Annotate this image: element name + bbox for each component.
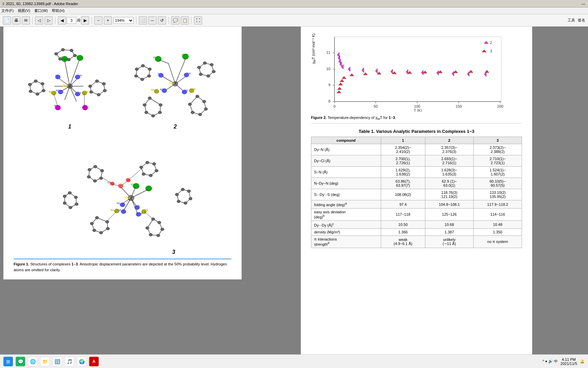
table-row: Dy−Cl (Å) 2.700(1),2.726(1) 2.693(1)−2.7…	[311, 155, 522, 167]
zoom-in-button[interactable]: +	[104, 16, 112, 25]
svg-point-114	[121, 210, 126, 214]
svg-text:8: 8	[328, 99, 330, 103]
row-c3: no π system	[473, 236, 522, 248]
svg-point-87	[148, 97, 151, 99]
prev-page-button[interactable]: ◀	[58, 16, 66, 25]
svg-point-150	[105, 220, 109, 223]
toolbar-divider-4	[136, 17, 136, 24]
svg-text:S2: S2	[145, 209, 148, 212]
svg-point-167	[181, 188, 184, 191]
figure2-caption: Figure 2. Temperature-dependency of χMT …	[311, 116, 522, 124]
structure-1-container: Dy1 N1 N4 N2 N3 S1 S2 Cl1 Cl2 P1 P2	[24, 33, 116, 130]
col-header-3: 3	[473, 137, 522, 144]
row-param: Dy···Dy (Å)c	[311, 220, 381, 229]
data-table: compound 1 2 3 Dy−N (Å) 2.354(2)−2.410(2…	[311, 137, 522, 248]
next-page-button[interactable]: ▶	[81, 16, 89, 25]
structure-1-image: Dy1 N1 N4 N2 N3 S1 S2 Cl1 Cl2 P1 P2	[24, 33, 116, 122]
svg-point-84	[207, 75, 210, 77]
row-c2: 10.68	[425, 220, 473, 229]
structure-3-label: 3	[172, 249, 175, 255]
svg-point-70	[154, 89, 159, 93]
taskbar-chrome[interactable]: 🌐	[28, 357, 37, 366]
svg-point-164	[75, 203, 78, 205]
fit-page-button[interactable]: ⬜	[139, 16, 147, 25]
app-title: I: 2021, 60, 13982-13989.pdf - Adobe Rea…	[3, 2, 78, 6]
svg-text:S2: S2	[85, 90, 88, 93]
svg-text:Cl2: Cl2	[147, 185, 151, 188]
toolbar-button-1[interactable]: 📄	[3, 16, 11, 25]
svg-point-98	[191, 111, 194, 114]
svg-text:P2: P2	[83, 104, 87, 107]
svg-point-145	[95, 216, 99, 219]
svg-marker-72	[136, 66, 150, 79]
svg-point-26	[70, 49, 73, 52]
tools-link[interactable]: 工具	[568, 18, 575, 23]
menu-view[interactable]: 视图(V)	[18, 8, 30, 13]
menu-window[interactable]: 窗口(W)	[34, 8, 48, 13]
toolbar-email[interactable]: ✉	[22, 16, 30, 25]
fit-width-button[interactable]: ↔	[148, 16, 157, 25]
row-c2: unlikely(∼11 Å)	[425, 236, 473, 248]
toolbar-forward[interactable]: ▷	[45, 16, 53, 25]
structure-3-image: Dy1 Li1 O1 O2 N1 N2 N3 N4 S1 S2 Cl1 Cl2	[63, 133, 182, 249]
svg-point-73	[148, 68, 151, 71]
taskbar-media[interactable]: 🎵	[65, 357, 74, 366]
structure-1-label: 1	[24, 124, 116, 130]
toolbar-print[interactable]: 🖶	[12, 16, 20, 25]
svg-point-169	[189, 197, 192, 200]
taskbar-calc[interactable]: 🔢	[52, 357, 62, 366]
row-param: easy axis deviation(deg)b	[311, 208, 381, 220]
figure2-caption-bold: Figure 2.	[311, 116, 327, 120]
svg-point-135	[93, 180, 97, 182]
zoom-out-button[interactable]: −	[94, 16, 102, 25]
row-c3: 2.373(2)−2.388(2)	[473, 144, 522, 155]
svg-point-157	[146, 227, 149, 229]
annotation-button[interactable]: 💬	[171, 16, 179, 25]
row-c2: 1.628(3)−1.635(3)	[425, 167, 473, 178]
svg-line-175	[128, 169, 141, 180]
notification-icon[interactable]: 🔔	[580, 359, 585, 364]
svg-point-170	[184, 202, 187, 204]
svg-point-74	[141, 64, 145, 67]
svg-text:N1: N1	[158, 72, 162, 75]
svg-point-28	[67, 58, 70, 61]
page-input[interactable]	[67, 17, 76, 24]
menu-help[interactable]: 帮助(H)	[52, 8, 64, 13]
taskbar-file[interactable]: 📁	[40, 357, 50, 366]
svg-point-161	[63, 195, 66, 198]
fullscreen-button[interactable]: ⛶	[194, 16, 202, 25]
svg-point-38	[41, 82, 44, 85]
row-c1: 108.08(2)	[381, 189, 425, 200]
taskbar-pdf[interactable]: A	[89, 357, 99, 366]
zoom-select[interactable]: 194% 100% 150%	[113, 17, 134, 24]
svg-text:O1: O1	[107, 181, 111, 184]
table-row: Dy−N (Å) 2.354(2)−2.410(2) 2.357(3)−2.37…	[311, 144, 522, 155]
svg-point-99	[188, 103, 192, 106]
toolbar-right: 工具 签名	[568, 18, 585, 23]
taskbar-wechat[interactable]: 💬	[16, 357, 25, 366]
svg-text:2: 2	[490, 41, 492, 45]
svg-point-82	[210, 63, 213, 66]
svg-point-33	[102, 82, 105, 85]
row-param: folding angle (deg)a	[311, 200, 381, 209]
menu-file[interactable]: 文件(F)	[1, 8, 14, 13]
svg-point-143	[142, 173, 145, 175]
minimize-button[interactable]: —	[582, 2, 585, 6]
rotate-button[interactable]: ↺	[158, 16, 166, 25]
svg-point-168	[187, 190, 191, 193]
toolbar-back[interactable]: ◁	[35, 16, 43, 25]
row-c1: 97.4	[381, 200, 425, 209]
svg-text:200: 200	[497, 104, 503, 108]
row-c3: 114−116	[473, 208, 522, 220]
svg-point-35	[97, 93, 100, 96]
svg-text:100: 100	[414, 104, 420, 108]
taskbar-earth[interactable]: 🌍	[77, 357, 86, 366]
row-param: N−Dy−N (deg)	[311, 178, 381, 189]
svg-point-92	[159, 104, 162, 106]
svg-point-131	[100, 169, 104, 172]
taskbar-start[interactable]: ⊞	[3, 357, 13, 366]
svg-point-39	[34, 80, 37, 82]
page-navigation: ◀ /8 ▶	[58, 16, 89, 25]
sign-link[interactable]: 签名	[578, 18, 585, 23]
stamp-button[interactable]: 📋	[181, 16, 189, 25]
